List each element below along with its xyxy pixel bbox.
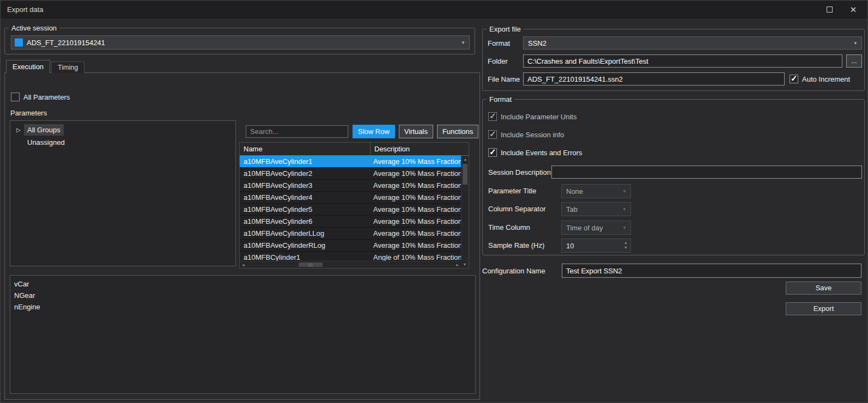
file-name-input[interactable] xyxy=(523,72,785,86)
configuration-name-input[interactable] xyxy=(562,264,861,278)
cell-name: a10MFBAveCylinder1 xyxy=(244,156,369,168)
horizontal-scrollbar[interactable]: ◄ ||| ► xyxy=(240,261,461,268)
tab-timing[interactable]: Timing xyxy=(51,62,84,73)
format-options-group: Format Include Parameter UnitsInclude Se… xyxy=(482,99,865,255)
scroll-down-icon[interactable]: ▼ xyxy=(461,261,469,268)
scroll-left-icon[interactable]: ◄ xyxy=(240,261,247,268)
table-row[interactable]: a10MFBAveCylinder6Average 10% Mass Fract… xyxy=(240,216,461,228)
dropdown-arrow-icon: ▼ xyxy=(461,40,465,45)
tree-item-label: Unassigned xyxy=(24,137,68,148)
tree-item[interactable]: ▷All Groups xyxy=(10,124,235,136)
table-row[interactable]: a10MFBCylinder1Angle of 10% Mass Fractio… xyxy=(240,252,461,261)
export-button[interactable]: Export xyxy=(786,302,861,315)
folder-input[interactable] xyxy=(523,54,842,68)
active-session-label: Active session xyxy=(9,23,59,33)
table-row[interactable]: a10MFBAveCylinder5Average 10% Mass Fract… xyxy=(240,204,461,216)
auto-increment-row[interactable]: Auto Increment xyxy=(790,74,850,84)
parameter-title-label: Parameter Title xyxy=(488,187,536,195)
table-row[interactable]: a10MFBAveCylinder4Average 10% Mass Fract… xyxy=(240,192,461,204)
tab-bar: ExecutionTiming xyxy=(6,60,86,73)
table-row[interactable]: a10MFBAveCylinderLLogAverage 10% Mass Fr… xyxy=(240,228,461,240)
format-option-checkbox[interactable] xyxy=(488,130,497,139)
sample-rate-label: Sample Rate (Hz) xyxy=(488,241,544,249)
cell-description: Average 10% Mass Fraction Bu xyxy=(373,216,461,228)
cell-description: Average 10% Mass Fraction Bu xyxy=(373,228,461,240)
filter-buttons: Slow RowVirtualsFunctions xyxy=(353,125,478,138)
tree-item-label: All Groups xyxy=(24,124,64,136)
active-session-combo[interactable]: ADS_FT_221019154241 ▼ xyxy=(11,35,470,50)
format-combo[interactable]: SSN2 ▼ xyxy=(523,36,862,50)
filter-button-slow-row[interactable]: Slow Row xyxy=(353,125,395,138)
window-title: Export data xyxy=(7,1,44,19)
cell-description: Average 10% Mass Fraction Bu xyxy=(373,192,461,204)
format-option-row[interactable]: Include Events and Errors xyxy=(488,148,582,157)
cell-name: a10MFBAveCylinder2 xyxy=(244,168,369,180)
vertical-scrollbar[interactable]: ▲ xyxy=(461,156,469,261)
browse-button[interactable]: ... xyxy=(846,54,862,68)
expand-arrow-icon[interactable]: ▷ xyxy=(16,124,21,136)
maximize-icon xyxy=(827,7,833,13)
parameter-groups-tree: ▷All GroupsUnassigned xyxy=(10,120,236,266)
execution-tab-page: All Parameters Parameters ▷All GroupsUna… xyxy=(4,72,480,400)
search-input[interactable] xyxy=(246,125,348,138)
cell-description: Average 10% Mass Fraction Bu xyxy=(373,204,461,216)
column-header-description[interactable]: Description xyxy=(370,143,469,155)
time-column-label: Time Column xyxy=(488,223,530,231)
parameter-title-combo[interactable]: None ▼ xyxy=(561,184,631,198)
session-color-swatch xyxy=(15,39,23,47)
session-description-input[interactable] xyxy=(551,166,862,179)
all-parameters-checkbox[interactable] xyxy=(11,93,20,101)
column-separator-combo[interactable]: Tab ▼ xyxy=(561,202,631,216)
scroll-right-icon[interactable]: ► xyxy=(454,261,461,268)
close-icon: ✕ xyxy=(850,5,857,15)
sample-rate-spinner[interactable]: 10 ▲▼ xyxy=(561,239,631,253)
configuration-name-label: Configuration Name xyxy=(482,267,545,275)
column-header-name[interactable]: Name xyxy=(240,143,370,155)
format-option-row[interactable]: Include Parameter Units xyxy=(488,112,576,121)
horizontal-scroll-thumb[interactable]: ||| xyxy=(299,262,323,267)
export-data-dialog: Export data ✕ Active session ADS_FT_2210… xyxy=(0,0,868,403)
format-option-row[interactable]: Include Session info xyxy=(488,130,564,139)
maximize-button[interactable] xyxy=(818,1,840,19)
format-option-label: Include Events and Errors xyxy=(501,149,582,157)
spin-up-icon[interactable]: ▲ xyxy=(624,240,628,245)
cell-description: Average 10% Mass Fraction Bu xyxy=(373,180,461,192)
all-parameters-checkbox-row[interactable]: All Parameters xyxy=(11,92,70,102)
list-item[interactable]: NGear xyxy=(10,290,475,301)
tab-execution[interactable]: Execution xyxy=(6,60,50,73)
cell-name: a10MFBAveCylinder3 xyxy=(244,180,369,192)
parameter-table: Name Description a10MFBAveCylinder1Avera… xyxy=(239,142,469,268)
table-header: Name Description xyxy=(240,143,469,156)
format-value: SSN2 xyxy=(528,37,547,49)
filter-button-virtuals[interactable]: Virtuals xyxy=(399,125,433,138)
file-name-label: File Name xyxy=(488,75,520,83)
cell-name: a10MFBAveCylinder4 xyxy=(244,192,369,204)
folder-label: Folder xyxy=(488,57,508,65)
table-row[interactable]: a10MFBAveCylinder2Average 10% Mass Fract… xyxy=(240,168,461,180)
auto-increment-checkbox[interactable] xyxy=(790,75,798,83)
scroll-up-icon[interactable]: ▲ xyxy=(462,156,469,163)
format-options-label: Format xyxy=(487,95,514,104)
list-item[interactable]: vCar xyxy=(10,278,475,290)
close-button[interactable]: ✕ xyxy=(842,1,864,19)
cell-description: Average 10% Mass Fraction Bu xyxy=(373,168,461,180)
cell-description: Average 10% Mass Fraction Bu xyxy=(373,156,461,168)
save-button[interactable]: Save xyxy=(786,282,861,295)
filter-button-functions[interactable]: Functions xyxy=(437,125,478,138)
list-item[interactable]: nEngine xyxy=(10,301,475,313)
cell-name: a10MFBCylinder1 xyxy=(244,252,369,261)
time-column-combo[interactable]: Time of day ▼ xyxy=(561,221,631,235)
spin-down-icon[interactable]: ▼ xyxy=(624,245,628,250)
format-label: Format xyxy=(488,39,510,47)
parameter-title-value: None xyxy=(566,185,583,198)
table-row[interactable]: a10MFBAveCylinderRLogAverage 10% Mass Fr… xyxy=(240,240,461,252)
table-row[interactable]: a10MFBAveCylinder3Average 10% Mass Fract… xyxy=(240,180,461,192)
vertical-scroll-thumb[interactable] xyxy=(463,164,468,185)
sample-rate-value: 10 xyxy=(566,239,574,252)
table-row[interactable]: a10MFBAveCylinder1Average 10% Mass Fract… xyxy=(240,156,461,168)
export-file-group: Export file Format SSN2 ▼ Folder ... Fil… xyxy=(482,29,865,91)
cell-name: a10MFBAveCylinderRLog xyxy=(244,240,369,252)
tree-item[interactable]: Unassigned xyxy=(10,136,235,149)
format-option-checkbox[interactable] xyxy=(488,148,497,157)
format-option-checkbox[interactable] xyxy=(488,112,497,121)
